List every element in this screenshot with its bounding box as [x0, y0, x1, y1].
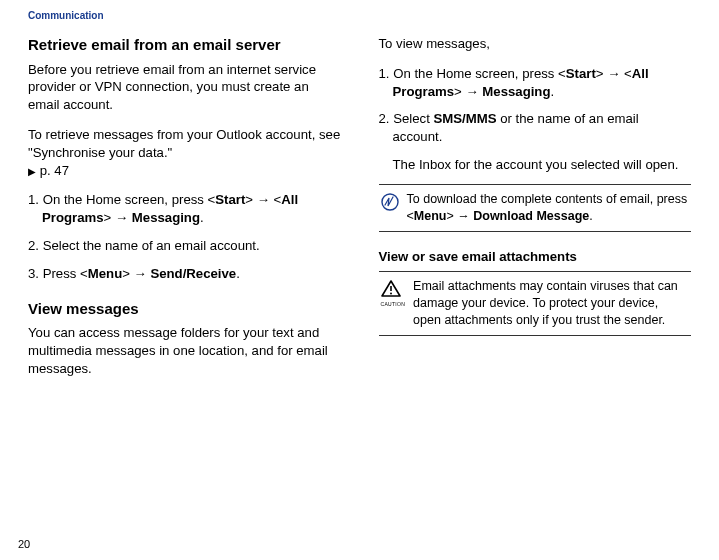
page-number: 20: [18, 538, 30, 550]
svg-point-2: [390, 293, 392, 295]
kw-start: Start: [566, 66, 596, 81]
section-title-view-messages: View messages: [28, 299, 341, 319]
retrieve-step-2: 2. Select the name of an email account.: [28, 237, 341, 255]
caution-label: CAUTION: [381, 301, 406, 308]
caution-attachments: CAUTION Email attachments may contain vi…: [379, 271, 692, 336]
arrow-icon: [457, 209, 470, 223]
view-step-1: 1. On the Home screen, press <Start> <Al…: [379, 65, 692, 101]
t: >: [104, 210, 115, 225]
kw-download-message: Download Message: [473, 209, 589, 223]
kw-messaging: Messaging: [132, 210, 200, 225]
t: >: [596, 66, 607, 81]
t: >: [454, 84, 465, 99]
view-step-2-sub: The Inbox for the account you selected w…: [379, 156, 692, 174]
intro-para: Before you retrieve email from an intern…: [28, 61, 341, 114]
caution-icon: CAUTION: [381, 280, 406, 308]
retrieve-step-3: 3. Press <Menu> Send/Receive.: [28, 265, 341, 283]
arrow-icon: [607, 66, 620, 81]
kw-sms-mms: SMS/MMS: [433, 111, 496, 126]
kw-send-receive: Send/Receive: [150, 266, 236, 281]
note-text: To download the complete contents of ema…: [407, 191, 690, 225]
arrow-icon: [257, 192, 270, 207]
kw-messaging: Messaging: [482, 84, 550, 99]
subsection-title-attachments: View or save email attachments: [379, 248, 692, 266]
arrow-icon: [465, 84, 478, 99]
t: .: [200, 210, 204, 225]
outlook-ref-text: To retrieve messages from your Outlook a…: [28, 127, 340, 160]
t: >: [446, 209, 457, 223]
arrow-icon: [134, 266, 147, 281]
kw-menu: Menu: [414, 209, 447, 223]
note-icon: [381, 193, 399, 216]
arrow-icon: [115, 210, 128, 225]
page-columns: Retrieve email from an email server Befo…: [28, 35, 691, 390]
view-step-2: 2. Select SMS/MMS or the name of an emai…: [379, 110, 692, 146]
t: .: [550, 84, 554, 99]
section-title-retrieve: Retrieve email from an email server: [28, 35, 341, 55]
kw-menu: Menu: [88, 266, 122, 281]
pointer-icon: [28, 163, 36, 178]
t: .: [589, 209, 592, 223]
outlook-ref: To retrieve messages from your Outlook a…: [28, 126, 341, 179]
t: <: [620, 66, 631, 81]
note-download-message: To download the complete contents of ema…: [379, 184, 692, 232]
view-lead: To view messages,: [379, 35, 692, 53]
t: 3. Press <: [28, 266, 88, 281]
right-column: To view messages, 1. On the Home screen,…: [379, 35, 692, 390]
outlook-ref-page: p. 47: [36, 163, 69, 178]
breadcrumb: Communication: [28, 10, 691, 21]
view-messages-para: You can access message folders for your …: [28, 324, 341, 377]
left-column: Retrieve email from an email server Befo…: [28, 35, 341, 390]
t: 2. Select: [379, 111, 434, 126]
kw-start: Start: [215, 192, 245, 207]
t: >: [122, 266, 133, 281]
t: 1. On the Home screen, press <: [28, 192, 215, 207]
retrieve-step-1: 1. On the Home screen, press <Start> <Al…: [28, 191, 341, 227]
caution-text: Email attachments may contain viruses th…: [413, 278, 689, 329]
t: .: [236, 266, 240, 281]
t: <: [270, 192, 281, 207]
t: >: [245, 192, 256, 207]
t: 1. On the Home screen, press <: [379, 66, 566, 81]
